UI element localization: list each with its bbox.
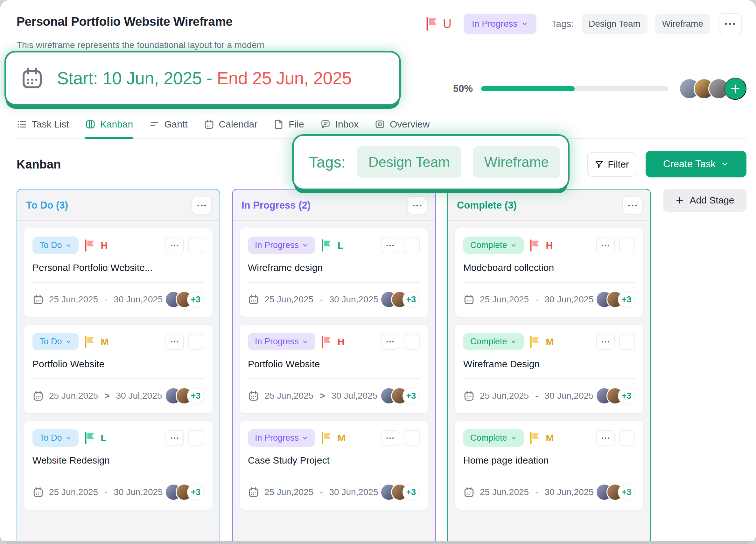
card-dates: 25 Jun,2025 - 30 Jun,2025 <box>248 294 378 305</box>
assignees-overflow-badge[interactable]: +3 <box>618 387 635 404</box>
card-status-dropdown[interactable]: In Progress <box>248 429 315 447</box>
priority-flag-icon <box>321 431 332 445</box>
card-dates: 25 Jun,2025 - 30 Jun,2025 <box>463 390 594 401</box>
assignees-overflow-badge[interactable]: +3 <box>187 484 204 501</box>
card-dates: 25 Jun,2025 - 30 Jun,2025 <box>32 294 163 305</box>
card-dates: 25 Jun,2025 > 30 Jul,2025 <box>32 390 162 401</box>
assignees-overflow-badge[interactable]: +3 <box>403 484 420 501</box>
card-start-date: 25 Jun,2025 <box>49 487 98 497</box>
header-more-button[interactable] <box>718 13 742 34</box>
tag-chip[interactable]: Wireframe <box>655 14 710 34</box>
card-more-button[interactable] <box>165 430 184 446</box>
card-checkbox[interactable] <box>188 430 204 446</box>
card-checkbox[interactable] <box>404 430 420 446</box>
card-status-dropdown[interactable]: Complete <box>463 429 524 447</box>
project-status-dropdown[interactable]: In Progress <box>464 14 536 34</box>
card-end-date: 30 Jun,2025 <box>329 487 378 497</box>
tag-chip[interactable]: Wireframe <box>473 146 560 178</box>
card-more-button[interactable] <box>165 334 184 350</box>
filter-label: Filter <box>608 159 629 170</box>
column-more-button[interactable] <box>192 197 212 214</box>
card-checkbox[interactable] <box>619 430 635 446</box>
card-start-date: 25 Jun,2025 <box>480 294 529 304</box>
tab-calendar[interactable]: Calendar <box>204 119 258 138</box>
assignees-overflow-badge[interactable]: +3 <box>187 387 204 404</box>
start-date: Start: 10 Jun, 2025 <box>57 68 202 88</box>
priority-letter: L <box>101 433 107 443</box>
column-more-button[interactable] <box>622 197 643 214</box>
card-checkbox[interactable] <box>188 334 204 350</box>
ellipsis-icon <box>628 205 637 207</box>
task-card[interactable]: In Progress M Case Study Project <box>240 421 428 510</box>
assignees-overflow-badge[interactable]: +3 <box>403 387 420 404</box>
divider <box>32 282 204 282</box>
card-status-dropdown[interactable]: In Progress <box>248 237 315 254</box>
card-assignees: +3 <box>165 484 204 501</box>
card-status-dropdown[interactable]: To Do <box>32 237 79 254</box>
assignees-overflow-badge[interactable]: +3 <box>187 291 204 308</box>
add-stage-label: Add Stage <box>689 195 734 206</box>
task-card[interactable]: To Do M Portfolio Website <box>24 324 213 413</box>
tab-kanban[interactable]: Kanban <box>85 119 133 138</box>
task-card[interactable]: Complete H Modeboard collection <box>455 228 643 317</box>
task-card[interactable]: To Do H Personal Portfolio Website... <box>24 228 213 317</box>
task-card[interactable]: In Progress H Portfolio Website <box>240 324 428 413</box>
card-status-label: Complete <box>470 433 507 443</box>
chevron-down-icon <box>510 435 517 441</box>
column-title: Complete (3) <box>457 200 517 211</box>
card-status-dropdown[interactable]: To Do <box>32 333 79 350</box>
filter-button[interactable]: Filter <box>587 152 636 177</box>
card-checkbox[interactable] <box>188 238 204 254</box>
assignees-overflow-badge[interactable]: +3 <box>618 291 635 308</box>
card-more-button[interactable] <box>596 334 615 350</box>
card-status-dropdown[interactable]: Complete <box>463 333 524 350</box>
column-header: In Progress (2) <box>233 190 435 220</box>
card-status-label: Complete <box>470 337 507 346</box>
tag-chip[interactable]: Design Team <box>582 14 647 34</box>
tag-chip[interactable]: Design Team <box>357 146 461 178</box>
card-start-date: 25 Jun,2025 <box>49 294 98 304</box>
calendar-icon <box>463 486 475 498</box>
card-checkbox[interactable] <box>619 334 635 350</box>
card-more-button[interactable] <box>165 238 184 254</box>
card-more-button[interactable] <box>596 238 615 254</box>
card-status-dropdown[interactable]: In Progress <box>248 333 315 350</box>
gantt-icon <box>149 119 160 130</box>
card-status-label: To Do <box>39 337 62 346</box>
task-card[interactable]: To Do L Website Redesign <box>24 421 213 510</box>
column-title: To Do (3) <box>26 200 68 211</box>
project-dates-callout[interactable]: Start: 10 Jun, 2025 - End 25 Jun, 2025 <box>4 51 401 106</box>
card-checkbox[interactable] <box>619 238 635 254</box>
add-stage-button[interactable]: Add Stage <box>663 189 746 212</box>
add-member-button[interactable] <box>724 78 746 100</box>
card-more-button[interactable] <box>381 238 399 254</box>
tab-gantt[interactable]: Gantt <box>149 119 187 138</box>
column-more-button[interactable] <box>407 197 427 214</box>
task-card[interactable]: Complete M Wireframe Design <box>455 324 643 413</box>
ellipsis-icon <box>413 205 422 207</box>
tab-label: Overview <box>390 119 430 130</box>
card-status-dropdown[interactable]: Complete <box>463 237 524 254</box>
card-checkbox[interactable] <box>404 238 420 254</box>
create-task-button[interactable]: Create Task <box>646 151 746 178</box>
card-dates: 25 Jun,2025 > 30 Jul,2025 <box>248 390 377 401</box>
card-start-date: 25 Jun,2025 <box>49 391 98 401</box>
divider <box>32 475 204 475</box>
assignees-overflow-badge[interactable]: +3 <box>403 291 420 308</box>
kanban-board: To Do (3) To Do H <box>17 189 651 544</box>
chevron-down-icon <box>65 338 72 345</box>
task-card[interactable]: Complete M Home page ideation <box>455 421 643 510</box>
date-separator: - <box>320 487 323 497</box>
card-checkbox[interactable] <box>404 334 420 350</box>
assignees-overflow-badge[interactable]: +3 <box>618 484 635 501</box>
card-more-button[interactable] <box>381 430 399 446</box>
date-separator: - <box>320 294 323 304</box>
card-assignees: +3 <box>380 291 420 308</box>
card-more-button[interactable] <box>596 430 615 446</box>
tab-task-list[interactable]: Task List <box>17 119 69 138</box>
card-more-button[interactable] <box>381 334 399 350</box>
chevron-down-icon <box>302 242 308 249</box>
card-status-dropdown[interactable]: To Do <box>32 429 79 447</box>
task-card[interactable]: In Progress L Wireframe design <box>240 228 428 317</box>
priority-flag-icon <box>84 239 95 252</box>
